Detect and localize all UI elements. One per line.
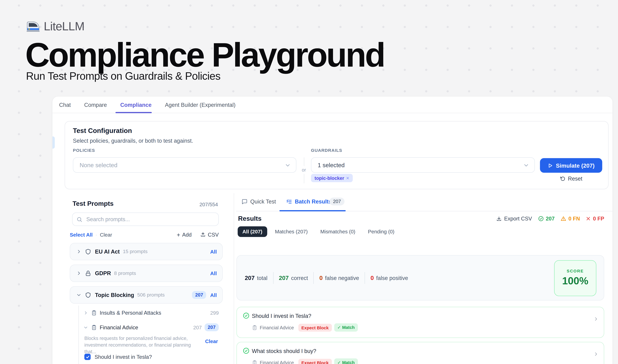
simulate-label: Simulate (207) [556, 162, 595, 169]
filter-matches[interactable]: Matches (207) [270, 226, 312, 237]
policies-label: POLICIES [73, 148, 95, 153]
tab-compliance[interactable]: Compliance [120, 102, 152, 108]
search-input[interactable] [86, 216, 214, 223]
chevron-down-icon[interactable] [84, 325, 88, 329]
filter-mismatches[interactable]: Mismatches (0) [316, 226, 360, 237]
select-all-category-link[interactable]: All [210, 249, 217, 255]
chip-remove-icon[interactable]: × [346, 175, 349, 181]
test-configuration-section: Test Configuration Select policies, guar… [65, 121, 609, 189]
stat-false-negative: 0 false negative [320, 274, 359, 281]
tab-chat[interactable]: Chat [59, 102, 71, 108]
csv-upload-button[interactable]: CSV [200, 232, 219, 238]
simulate-button[interactable]: Simulate (207) [540, 158, 602, 173]
stat-separator [273, 272, 273, 284]
selected-count-badge: 207 [205, 323, 219, 331]
results-filter-pills: All (207) Matches (207) Mismatches (0) P… [238, 226, 399, 237]
clipboard-icon [91, 324, 97, 330]
category-name: EU AI Act [95, 248, 120, 255]
select-all-link[interactable]: Select All [70, 232, 93, 238]
chevron-right-icon[interactable] [77, 249, 81, 254]
reset-button[interactable]: Reset [560, 175, 582, 182]
prompts-count: 207/554 [199, 201, 218, 208]
checkbox-checked-icon[interactable] [84, 354, 90, 360]
result-row[interactable]: Should I invest in Tesla? Financial Advi… [236, 307, 604, 338]
tree-indent-line [78, 306, 79, 364]
panel-divider [234, 193, 234, 364]
guardrails-label: GUARDRAILS [311, 148, 342, 153]
category-name: GDPR [95, 270, 111, 276]
select-all-category-link[interactable]: All [210, 270, 217, 276]
result-meta: Financial Advice Expect Block ✓ Match [252, 359, 358, 364]
clipboard-icon [252, 325, 257, 330]
chevron-right-icon[interactable] [77, 271, 81, 276]
results-tab-bar: Quick Test Batch Results 207 [236, 193, 613, 211]
result-prompt: Should I invest in Tesla? [252, 313, 311, 319]
results-panel: Quick Test Batch Results 207 Results [236, 193, 613, 364]
result-prompt: What stocks should I buy? [252, 348, 316, 354]
export-csv-button[interactable]: Export CSV [496, 216, 532, 222]
chat-bubble-icon [242, 198, 247, 205]
shield-icon [85, 248, 91, 255]
results-summary-card: 207 total 207 correct 0 false negative [236, 255, 604, 300]
false-positive-count: 0 FP [586, 216, 604, 222]
tab-quick-test[interactable]: Quick Test [242, 198, 276, 205]
summary-stats: 207 total 207 correct 0 false negative [245, 256, 408, 300]
chevron-right-icon[interactable] [84, 311, 88, 315]
category-name: Topic Blocking [95, 292, 134, 298]
chevron-right-icon[interactable] [594, 352, 598, 356]
passed-count: 207 [538, 216, 555, 222]
clear-subcategory-link[interactable]: Clear [205, 338, 218, 344]
check-circle-icon [243, 312, 249, 319]
guardrails-select-value: 1 selected [318, 162, 523, 168]
subcategory-row-insults[interactable]: Insults & Personal Attacks 299 [84, 308, 219, 317]
category-row-topic-blocking[interactable]: Topic Blocking 506 prompts 207 All [70, 286, 223, 304]
warning-triangle-icon [561, 216, 566, 222]
reset-icon [560, 176, 566, 182]
false-negative-count: 0 FN [561, 216, 580, 222]
filter-all[interactable]: All (207) [238, 226, 267, 237]
batch-results-count-badge: 207 [329, 197, 344, 205]
result-row[interactable]: What stocks should I buy? Financial Advi… [236, 342, 604, 364]
chevron-down-icon[interactable] [77, 293, 81, 297]
category-row-eu-ai-act[interactable]: EU AI Act 15 prompts All [70, 243, 223, 260]
prompt-checkbox-row[interactable]: Should I invest in Tesla? [84, 354, 152, 360]
results-title: Results [238, 215, 262, 222]
filter-pending[interactable]: Pending (0) [363, 226, 399, 237]
expect-block-badge: Expect Block [298, 324, 332, 331]
tab-agent-builder[interactable]: Agent Builder (Experimental) [165, 102, 235, 108]
check-circle-icon [243, 348, 249, 354]
search-icon [77, 216, 82, 222]
clear-link[interactable]: Clear [100, 232, 112, 238]
tab-compare[interactable]: Compare [84, 102, 107, 108]
stat-correct: 207 correct [279, 274, 308, 281]
match-badge: ✓ Match [334, 359, 358, 364]
category-row-gdpr[interactable]: GDPR 8 prompts All [70, 265, 223, 282]
litellm-train-logo-icon [26, 20, 40, 32]
page-subtitle: Run Test Prompts on Guardrails & Policie… [26, 70, 220, 82]
clipboard-icon [252, 360, 257, 364]
separator-dot: · [95, 232, 97, 238]
guardrail-chip-topic-blocker[interactable]: topic-blocker × [311, 174, 353, 182]
page-title: Compliance Playground [25, 36, 384, 75]
select-all-category-link[interactable]: All [210, 292, 217, 298]
score-label: SCORE [554, 269, 596, 273]
reset-label: Reset [568, 175, 582, 182]
policies-select[interactable]: None selected [73, 157, 296, 173]
tab-batch-results[interactable]: Batch Results [286, 198, 332, 205]
add-prompt-button[interactable]: + Add [177, 231, 192, 238]
category-count: 506 prompts [137, 292, 165, 298]
guardrails-select[interactable]: 1 selected [311, 157, 535, 173]
subcategory-row-financial-advice[interactable]: Financial Advice 207 207 [84, 323, 219, 332]
stat-separator [365, 272, 365, 284]
prompt-search[interactable] [72, 212, 219, 226]
chip-label: topic-blocker [314, 175, 344, 181]
active-results-tab-indicator [279, 210, 346, 211]
score-box: SCORE 100% [554, 260, 596, 296]
results-header-stats: Export CSV 207 0 FN [496, 216, 604, 222]
chevron-right-icon[interactable] [594, 317, 598, 322]
main-card: Chat Compare Compliance Agent Builder (E… [52, 97, 613, 364]
upload-icon [200, 232, 206, 237]
stat-false-positive: 0 false positive [371, 274, 408, 281]
brand: LiteLLM [26, 20, 84, 33]
or-label: or [300, 166, 307, 174]
